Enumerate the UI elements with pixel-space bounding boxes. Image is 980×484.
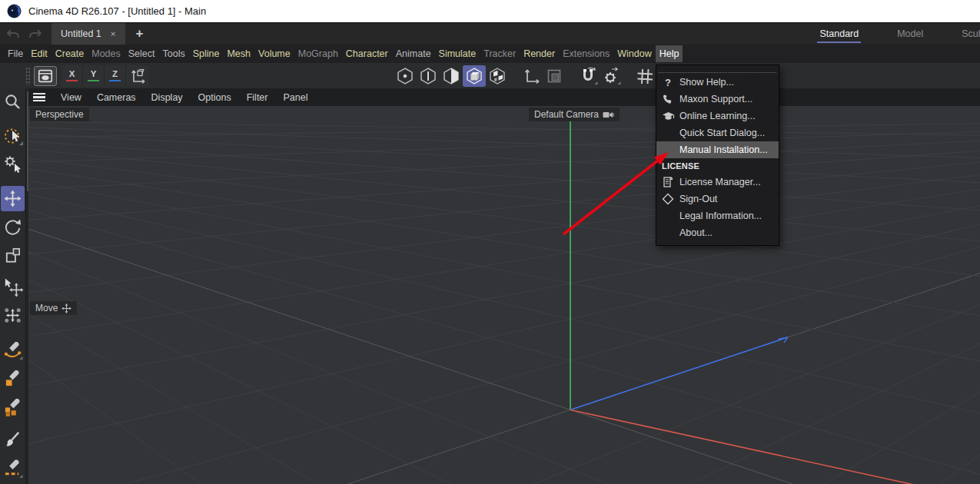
workplane-button[interactable]	[543, 65, 566, 87]
graduation-cap-icon	[656, 111, 679, 122]
transfer-tool-button[interactable]	[1, 274, 25, 300]
license-scroll-icon	[656, 176, 679, 188]
help-menu-item-about[interactable]: About...	[656, 224, 779, 241]
menu-item-render[interactable]: Render	[520, 45, 559, 62]
points-mode-button[interactable]	[394, 65, 417, 87]
pen-volumes-tool-button[interactable]	[1, 394, 25, 419]
menu-item-simulate[interactable]: Simulate	[435, 45, 480, 62]
menu-item-spline[interactable]: Spline	[189, 45, 224, 62]
texture-mode-button[interactable]	[486, 65, 509, 87]
layout-tab-sculpt[interactable]: Sculpt	[959, 25, 980, 43]
menu-item-tools[interactable]: Tools	[159, 45, 189, 62]
rotate-tool-button[interactable]	[1, 214, 25, 240]
help-menu-item-legal-information[interactable]: Legal Information...	[656, 207, 779, 224]
tweak-tool-button[interactable]	[1, 151, 25, 177]
axis-x-underline	[66, 80, 78, 81]
help-menu-license-header: LICENSE	[656, 158, 779, 174]
help-menu-item-maxon-support[interactable]: Maxon Support...	[656, 91, 779, 108]
scale-tool-button[interactable]	[1, 243, 25, 268]
menu-item-edit[interactable]: Edit	[27, 45, 51, 62]
object-axis-button[interactable]	[520, 65, 543, 87]
axis-y-lock-button[interactable]: Y	[83, 66, 105, 86]
menu-item-tracker[interactable]: Tracker	[480, 45, 520, 62]
help-menu-item-license-manager[interactable]: License Manager...	[656, 174, 779, 191]
axis-z-lock-button[interactable]: Z	[105, 66, 126, 86]
axis-lock-group: X Y Z	[61, 65, 149, 87]
cursor-move-icon	[2, 277, 23, 297]
menu-item-modes[interactable]: Modes	[88, 45, 125, 62]
menu-item-animate[interactable]: Animate	[392, 45, 435, 62]
find-tool-button[interactable]	[1, 90, 25, 115]
layout-tab-standard[interactable]: Standard	[817, 25, 861, 43]
point-edit-tool-button[interactable]	[1, 303, 25, 328]
quantize-grid-icon	[635, 66, 655, 86]
menu-item-extensions[interactable]: Extensions	[559, 45, 613, 62]
tab-close-icon[interactable]: ×	[111, 29, 116, 38]
main-toolbar: X Y Z	[0, 63, 980, 88]
brush-icon	[2, 429, 23, 450]
help-menu-item-sign-out[interactable]: Sign-Out	[656, 191, 779, 207]
viewport-view-label[interactable]: Perspective	[30, 108, 89, 121]
menu-item-help[interactable]: Help	[656, 45, 683, 62]
spline-pen-tool-button[interactable]	[1, 337, 25, 363]
menu-item-create[interactable]: Create	[51, 45, 88, 62]
vp-menu-view[interactable]: View	[53, 90, 89, 105]
help-menu-item-online-learning[interactable]: Online Learning...	[656, 108, 779, 124]
menu-item-window[interactable]: Window	[613, 45, 655, 62]
archive-box-icon	[36, 68, 55, 85]
new-tab-button[interactable]: +	[136, 26, 144, 41]
quantize-grid-button[interactable]	[633, 65, 656, 87]
model-mode-button[interactable]	[463, 65, 486, 87]
snap-settings-button[interactable]	[600, 65, 623, 87]
object-axis-icon	[521, 66, 541, 86]
snap-toggle-button[interactable]	[576, 65, 600, 87]
axis-x-label: X	[69, 70, 75, 78]
menu-tearoff-handle[interactable]	[659, 67, 776, 73]
move-tool-button[interactable]	[1, 186, 25, 211]
pen-cubes-icon	[2, 396, 23, 417]
document-tab-untitled-1[interactable]: Untitled 1 ×	[51, 23, 125, 45]
vp-menu-display[interactable]: Display	[144, 90, 191, 105]
scale-icon	[2, 245, 23, 266]
toolbar-drag-handle[interactable]	[25, 67, 31, 85]
sketch-tool-button[interactable]	[1, 456, 25, 481]
viewport-camera-label[interactable]: Default Camera	[529, 108, 620, 121]
points-move-icon	[2, 305, 23, 326]
vp-menu-panel[interactable]: Panel	[275, 90, 315, 105]
viewport-perspective[interactable]: Perspective Default Camera Move	[28, 106, 980, 484]
spline-pen-icon	[2, 340, 23, 360]
edges-mode-button[interactable]	[417, 65, 440, 87]
help-dropdown-menu: ? Show Help... Maxon Support... Online L…	[656, 65, 779, 246]
vp-menu-options[interactable]: Options	[191, 90, 239, 105]
help-menu-item-show-help[interactable]: ? Show Help...	[656, 74, 779, 91]
layout-tab-model[interactable]: Model	[895, 25, 925, 43]
vp-menu-filter[interactable]: Filter	[239, 90, 276, 105]
brush-tool-button[interactable]	[1, 427, 25, 453]
cinema4d-window: Cinema 4D R26.107 - [Untitled 1] - Main …	[0, 0, 980, 484]
polygons-mode-button[interactable]	[440, 65, 463, 87]
menu-item-mograph[interactable]: MoGraph	[294, 45, 342, 62]
help-menu-item-manual-installation[interactable]: Manual Installation...	[656, 141, 779, 158]
menu-item-file[interactable]: File	[4, 45, 27, 62]
menu-item-character[interactable]: Character	[342, 45, 392, 62]
menu-item-select[interactable]: Select	[125, 45, 159, 62]
menu-item-mesh[interactable]: Mesh	[223, 45, 254, 62]
axis-z-label: Z	[112, 70, 118, 78]
move-hint-icon	[61, 303, 71, 313]
tweak-gear-cursor-icon	[2, 154, 23, 174]
redo-button[interactable]	[26, 25, 45, 42]
viewport-hamburger-icon[interactable]	[33, 93, 45, 102]
menu-item-volume[interactable]: Volume	[254, 45, 294, 62]
live-selection-tool-button[interactable]	[1, 123, 25, 148]
help-menu-item-quick-start-dialog[interactable]: Quick Start Dialog...	[656, 124, 779, 141]
undo-button[interactable]	[4, 25, 22, 42]
edges-mode-icon	[418, 66, 438, 86]
texture-mode-icon	[487, 66, 507, 86]
coordinate-system-button[interactable]	[126, 65, 149, 87]
primitive-pen-tool-button[interactable]	[1, 366, 25, 391]
polygons-mode-icon	[441, 66, 461, 86]
pen-square-icon	[2, 368, 23, 389]
vp-menu-cameras[interactable]: Cameras	[89, 90, 144, 105]
axis-x-lock-button[interactable]: X	[61, 66, 83, 86]
archive-box-button[interactable]	[34, 66, 57, 86]
